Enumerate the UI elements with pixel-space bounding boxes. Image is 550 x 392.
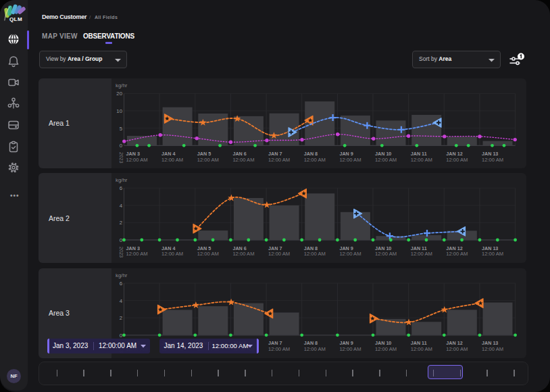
- svg-text:4: 4: [120, 203, 123, 209]
- svg-text:12:00 AM: 12:00 AM: [339, 251, 361, 257]
- svg-text:JAN 8: JAN 8: [304, 151, 318, 157]
- svg-text:12:00 AM: 12:00 AM: [446, 157, 468, 163]
- svg-text:JAN 10: JAN 10: [375, 340, 391, 346]
- svg-text:4: 4: [120, 297, 123, 303]
- svg-text:12:00 AM: 12:00 AM: [411, 157, 432, 163]
- svg-text:2: 2: [120, 220, 122, 226]
- svg-text:12:00 AM: 12:00 AM: [482, 157, 503, 163]
- svg-text:JAN 12: JAN 12: [446, 245, 462, 251]
- svg-text:12:00 AM: 12:00 AM: [126, 157, 148, 163]
- svg-text:kg/hr: kg/hr: [116, 82, 128, 89]
- svg-text:12:00 AM: 12:00 AM: [197, 251, 219, 257]
- svg-text:12:00 AM: 12:00 AM: [304, 251, 326, 257]
- svg-text:12:00 AM: 12:00 AM: [161, 251, 183, 257]
- svg-text:12:00 AM: 12:00 AM: [375, 251, 397, 257]
- svg-text:12:00 AM: 12:00 AM: [161, 157, 183, 163]
- svg-text:12:00 AM: 12:00 AM: [411, 251, 432, 257]
- svg-text:JAN 12: JAN 12: [446, 340, 462, 346]
- svg-text:5: 5: [120, 126, 123, 132]
- svg-text:JAN 6: JAN 6: [232, 245, 246, 251]
- svg-text:0: 0: [120, 332, 123, 338]
- svg-text:JAN 7: JAN 7: [268, 245, 282, 251]
- svg-text:12:00 AM: 12:00 AM: [268, 251, 290, 257]
- svg-text:6: 6: [120, 185, 122, 191]
- svg-text:JAN 10: JAN 10: [375, 151, 391, 157]
- svg-text:JAN 9: JAN 9: [339, 245, 353, 251]
- svg-text:JAN 6: JAN 6: [232, 151, 246, 157]
- svg-text:12:00 AM: 12:00 AM: [126, 251, 148, 257]
- svg-text:JAN 11: JAN 11: [411, 340, 427, 346]
- svg-text:kg/hr: kg/hr: [116, 272, 128, 278]
- svg-text:JAN 5: JAN 5: [197, 245, 211, 251]
- svg-text:12:00 AM: 12:00 AM: [268, 157, 290, 163]
- svg-text:JAN 12: JAN 12: [446, 151, 462, 157]
- svg-text:JAN 9: JAN 9: [339, 151, 353, 157]
- svg-text:JAN 11: JAN 11: [411, 245, 427, 251]
- svg-text:12:00 AM: 12:00 AM: [482, 346, 503, 352]
- svg-text:JAN 8: JAN 8: [304, 340, 318, 346]
- svg-text:JAN 4: JAN 4: [161, 245, 175, 251]
- svg-text:6: 6: [120, 280, 122, 287]
- svg-text:JAN 5: JAN 5: [197, 151, 211, 157]
- svg-text:20: 20: [116, 91, 122, 97]
- svg-text:JAN 9: JAN 9: [339, 340, 353, 346]
- svg-text:JAN 3: JAN 3: [126, 151, 140, 157]
- svg-text:JAN 13: JAN 13: [482, 151, 498, 157]
- svg-text:QLM: QLM: [9, 16, 22, 22]
- svg-text:12:00 AM: 12:00 AM: [232, 251, 254, 257]
- svg-text:2023: 2023: [118, 152, 124, 163]
- svg-text:JAN 11: JAN 11: [411, 151, 427, 157]
- svg-text:12:00 AM: 12:00 AM: [232, 157, 254, 163]
- svg-text:2: 2: [120, 315, 122, 321]
- svg-text:JAN 7: JAN 7: [268, 151, 282, 157]
- svg-text:12:00 AM: 12:00 AM: [339, 157, 361, 163]
- svg-text:0: 0: [120, 237, 123, 243]
- svg-text:12:00 AM: 12:00 AM: [411, 346, 432, 352]
- svg-text:JAN 7: JAN 7: [268, 340, 282, 346]
- svg-text:JAN 10: JAN 10: [375, 245, 391, 251]
- svg-text:2023: 2023: [118, 247, 124, 258]
- svg-text:JAN 13: JAN 13: [482, 340, 498, 346]
- svg-text:10: 10: [116, 108, 122, 114]
- svg-text:12:00 AM: 12:00 AM: [197, 157, 219, 163]
- svg-text:JAN 8: JAN 8: [304, 245, 318, 251]
- svg-text:12:00 AM: 12:00 AM: [268, 346, 290, 352]
- svg-text:JAN 3: JAN 3: [126, 245, 140, 251]
- svg-text:JAN 13: JAN 13: [482, 245, 498, 251]
- svg-text:0: 0: [120, 143, 123, 149]
- svg-text:12:00 AM: 12:00 AM: [446, 251, 468, 257]
- svg-text:kg/hr: kg/hr: [116, 177, 128, 183]
- svg-text:12:00 AM: 12:00 AM: [375, 157, 397, 163]
- svg-text:12:00 AM: 12:00 AM: [446, 346, 468, 352]
- svg-text:12:00 AM: 12:00 AM: [304, 346, 326, 352]
- svg-text:12:00 AM: 12:00 AM: [482, 251, 503, 257]
- svg-text:JAN 4: JAN 4: [161, 151, 175, 157]
- svg-text:12:00 AM: 12:00 AM: [375, 346, 397, 352]
- svg-text:12:00 AM: 12:00 AM: [304, 157, 326, 163]
- svg-text:12:00 AM: 12:00 AM: [339, 346, 361, 352]
